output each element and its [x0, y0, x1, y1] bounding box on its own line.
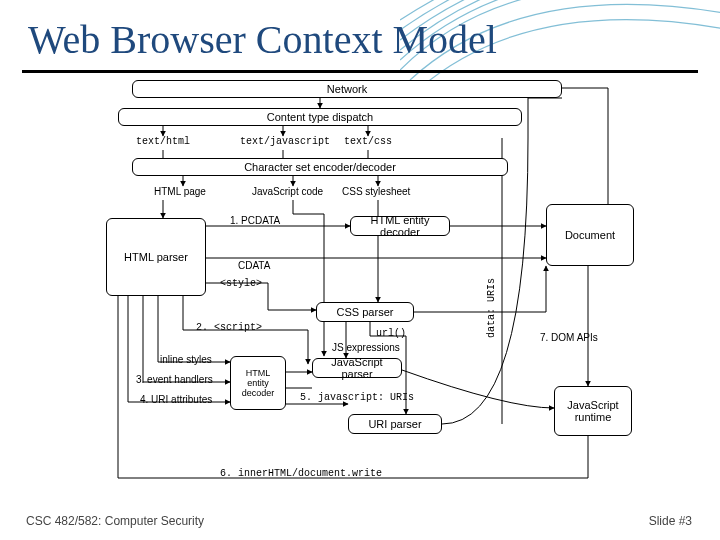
box-document: Document [546, 204, 634, 266]
label-script-tag: 2. <script> [196, 322, 262, 333]
box-js-runtime: JavaScript runtime [554, 386, 632, 436]
label-event-handlers: 3. event handlers [136, 374, 213, 385]
box-encoder: Character set encoder/decoder [132, 158, 508, 176]
title-underline [22, 70, 698, 73]
label-js-code: JavaScript code [252, 186, 323, 197]
label-css-stylesheet: CSS stylesheet [342, 186, 410, 197]
label-js-expr: JS expressions [332, 342, 400, 353]
box-entity-decoder: HTML entity decoder [350, 216, 450, 236]
box-html-entity-decoder-small: HTML entity decoder [230, 356, 286, 410]
label-pcdata: 1. PCDATA [230, 215, 280, 226]
label-inline-styles: inline styles [160, 354, 212, 365]
box-uri-parser: URI parser [348, 414, 442, 434]
box-dispatch: Content type dispatch [118, 108, 522, 126]
label-dom-apis: 7. DOM APIs [540, 332, 598, 343]
box-js-parser: JavaScript parser [312, 358, 402, 378]
box-html-parser: HTML parser [106, 218, 206, 296]
footer-course: CSC 482/582: Computer Security [26, 514, 204, 528]
label-uri-attrs: 4. URI attributes [140, 394, 212, 405]
label-html-page: HTML page [154, 186, 206, 197]
page-title: Web Browser Context Model [28, 16, 497, 63]
label-cdata: CDATA [238, 260, 270, 271]
label-text-css: text/css [344, 136, 392, 147]
label-text-html: text/html [136, 136, 190, 147]
box-network: Network [132, 80, 562, 98]
label-text-js: text/javascript [240, 136, 330, 147]
footer-slide: Slide #3 [649, 514, 692, 528]
box-css-parser: CSS parser [316, 302, 414, 322]
label-url: url() [376, 328, 406, 339]
label-data-uris: data: URIs [486, 278, 497, 338]
label-js-uris: 5. javascript: URIs [300, 392, 414, 403]
label-style-tag: <style> [220, 278, 262, 289]
diagram-container: Network Content type dispatch Character … [88, 78, 648, 498]
label-innerhtml: 6. innerHTML/document.write [220, 468, 382, 479]
